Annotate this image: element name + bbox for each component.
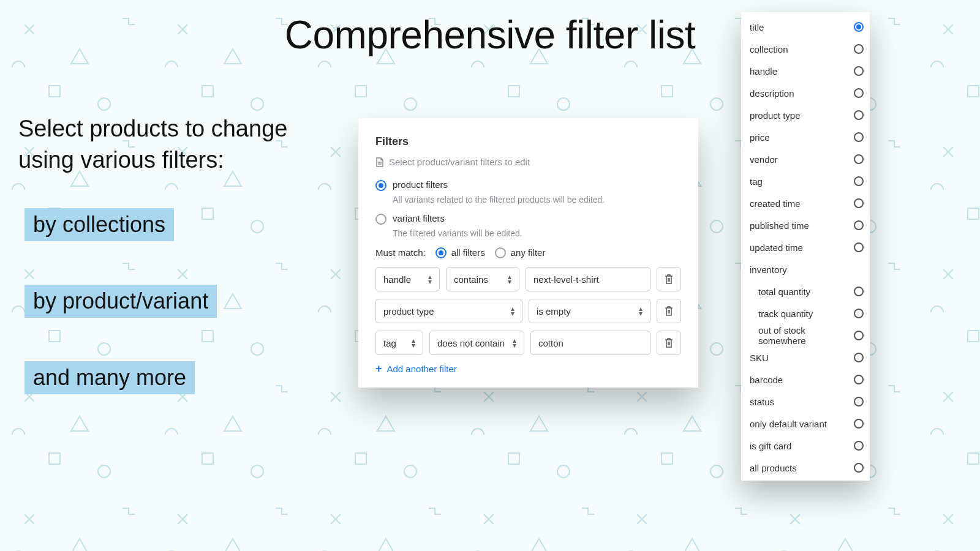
radio-match-all-label: all filters bbox=[451, 247, 485, 258]
rule-field-select[interactable]: tag ▴▾ bbox=[375, 331, 423, 355]
filter-list-radio[interactable] bbox=[854, 220, 864, 230]
filter-list-item[interactable]: vendor bbox=[750, 148, 870, 170]
match-label: Must match: bbox=[375, 247, 426, 258]
filter-list-label: title bbox=[750, 22, 764, 32]
filter-list-label: updated time bbox=[750, 242, 803, 253]
filter-list-radio[interactable] bbox=[854, 309, 864, 318]
filter-list-item[interactable]: published time bbox=[750, 214, 870, 236]
filter-list-radio[interactable] bbox=[854, 66, 864, 76]
radio-variant-filters-desc: The filtered variants will be edited. bbox=[393, 228, 681, 238]
sort-icon: ▴▾ bbox=[507, 273, 513, 285]
rule-value-input[interactable]: cotton bbox=[530, 331, 650, 355]
filter-list-radio[interactable] bbox=[854, 132, 864, 142]
filter-list-radio[interactable] bbox=[854, 198, 864, 208]
filter-list-label: status bbox=[750, 397, 774, 407]
filter-list-label: vendor bbox=[750, 154, 778, 165]
filter-field-list: titlecollectionhandledescriptionproduct … bbox=[741, 12, 870, 481]
filter-list-item[interactable]: description bbox=[750, 82, 870, 104]
page-subtitle: Select products to change using various … bbox=[18, 113, 337, 176]
radio-variant-filters-label: variant filters bbox=[393, 213, 445, 223]
sort-icon: ▴▾ bbox=[511, 337, 518, 349]
filter-list-item[interactable]: updated time bbox=[750, 236, 870, 258]
filter-list-item[interactable]: out of stock somewhere bbox=[750, 324, 870, 347]
filter-list-label: description bbox=[750, 88, 794, 99]
filter-list-radio[interactable] bbox=[854, 176, 864, 186]
rule-row: product type ▴▾ is empty ▴▾ bbox=[375, 299, 681, 323]
filter-list-item[interactable]: only default variant bbox=[750, 413, 870, 435]
delete-rule-button[interactable] bbox=[657, 299, 681, 323]
trash-icon bbox=[664, 337, 674, 348]
filter-list-label: handle bbox=[750, 66, 777, 77]
filter-list-radio[interactable] bbox=[854, 44, 864, 54]
filter-list-item[interactable]: price bbox=[750, 126, 870, 148]
filter-list-item[interactable]: created time bbox=[750, 192, 870, 214]
filter-list-item[interactable]: collection bbox=[750, 38, 870, 60]
sort-icon: ▴▾ bbox=[510, 305, 516, 317]
filter-list-radio[interactable] bbox=[854, 110, 864, 120]
filter-list-item[interactable]: status bbox=[750, 391, 870, 413]
pill-product-variant: by product/variant bbox=[24, 285, 217, 318]
filter-list-item[interactable]: all products bbox=[750, 457, 870, 479]
delete-rule-button[interactable] bbox=[657, 331, 681, 355]
filter-list-radio[interactable] bbox=[854, 463, 864, 473]
filter-list-radio[interactable] bbox=[854, 441, 864, 451]
filter-list-label: all products bbox=[750, 463, 797, 473]
filter-list-radio[interactable] bbox=[854, 22, 864, 32]
pill-many-more: and many more bbox=[24, 361, 195, 394]
filter-list-radio[interactable] bbox=[854, 154, 864, 164]
filter-list-label: price bbox=[750, 132, 770, 143]
filter-list-label: is gift card bbox=[750, 441, 791, 451]
rule-field-select[interactable]: handle ▴▾ bbox=[375, 267, 440, 291]
filter-list-item[interactable]: product type bbox=[750, 104, 870, 126]
filter-list-item[interactable]: SKU bbox=[750, 347, 870, 369]
filter-list-item[interactable]: is gift card bbox=[750, 435, 870, 457]
filter-list-item[interactable]: barcode bbox=[750, 369, 870, 391]
filter-list-label: collection bbox=[750, 44, 788, 54]
filter-list-radio[interactable] bbox=[854, 375, 864, 384]
filter-list-radio[interactable] bbox=[854, 353, 864, 362]
sort-icon: ▴▾ bbox=[410, 337, 417, 349]
filter-list-radio[interactable] bbox=[854, 88, 864, 98]
delete-rule-button[interactable] bbox=[657, 267, 681, 291]
filter-list-label: inventory bbox=[750, 264, 787, 275]
filter-list-radio[interactable] bbox=[854, 242, 864, 252]
add-filter-button[interactable]: + Add another filter bbox=[375, 362, 681, 375]
filter-list-item[interactable]: track quantity bbox=[750, 302, 870, 324]
filter-list-label: track quantity bbox=[758, 309, 813, 319]
filter-list-radio[interactable] bbox=[854, 287, 864, 296]
trash-icon bbox=[664, 305, 674, 317]
filter-list-item[interactable]: handle bbox=[750, 60, 870, 82]
filters-panel: Filters Select product/variant filters t… bbox=[358, 118, 698, 388]
sort-icon: ▴▾ bbox=[638, 305, 644, 317]
filter-list-label: barcode bbox=[750, 375, 783, 385]
pill-collections: by collections bbox=[24, 208, 174, 241]
rule-row: handle ▴▾ contains ▴▾ next-level-t-shirt bbox=[375, 267, 681, 291]
radio-match-all[interactable] bbox=[435, 247, 447, 258]
filter-list-item: inventory bbox=[750, 258, 870, 280]
filter-list-item[interactable]: tag bbox=[750, 170, 870, 192]
rule-field-select[interactable]: product type ▴▾ bbox=[375, 299, 522, 323]
sort-icon: ▴▾ bbox=[427, 273, 433, 285]
filter-list-radio[interactable] bbox=[854, 331, 864, 340]
document-icon bbox=[375, 157, 384, 167]
filter-list-item[interactable]: total quantity bbox=[750, 280, 870, 302]
rule-value-input[interactable]: next-level-t-shirt bbox=[526, 267, 650, 291]
rule-operator-select[interactable]: is empty ▴▾ bbox=[529, 299, 650, 323]
filter-list-item[interactable]: title bbox=[750, 16, 870, 38]
filter-list-label: product type bbox=[750, 110, 801, 121]
filters-hint: Select product/variant filters to edit bbox=[375, 157, 681, 167]
plus-icon: + bbox=[375, 362, 382, 375]
filter-list-label: tag bbox=[750, 176, 763, 187]
rule-operator-select[interactable]: contains ▴▾ bbox=[446, 267, 519, 291]
filter-list-radio[interactable] bbox=[854, 419, 864, 429]
radio-variant-filters[interactable] bbox=[375, 214, 386, 225]
radio-match-any[interactable] bbox=[495, 247, 506, 258]
filter-list-label: only default variant bbox=[750, 419, 827, 429]
filters-heading: Filters bbox=[375, 135, 681, 148]
page-title: Comprehensive filter list bbox=[285, 12, 695, 58]
trash-icon bbox=[664, 274, 674, 285]
radio-product-filters-label: product filters bbox=[393, 179, 448, 190]
radio-product-filters[interactable] bbox=[375, 180, 386, 191]
filter-list-radio[interactable] bbox=[854, 397, 864, 407]
rule-operator-select[interactable]: does not contain ▴▾ bbox=[429, 331, 524, 355]
